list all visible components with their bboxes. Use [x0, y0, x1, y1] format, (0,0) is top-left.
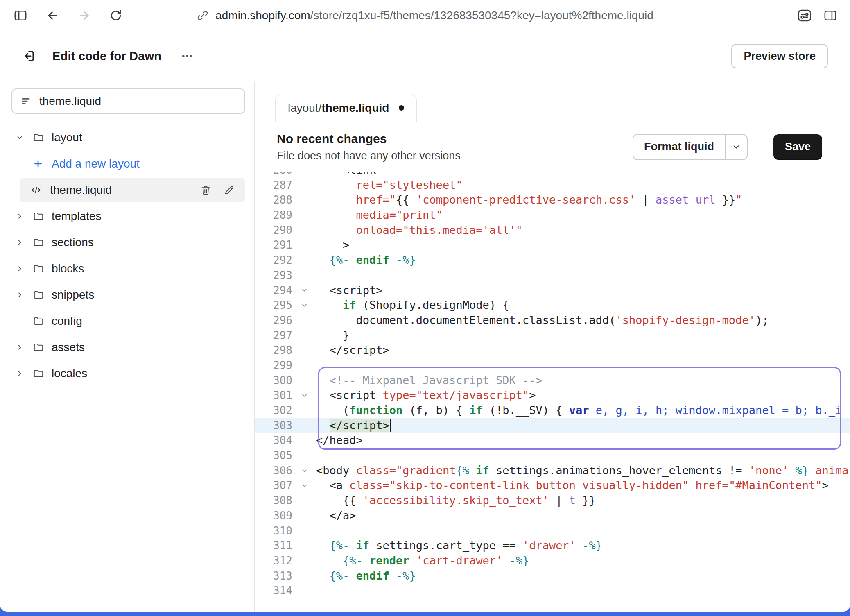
save-button[interactable]: Save [773, 134, 822, 160]
code-line-304[interactable]: 304</head> [255, 433, 850, 448]
code-line-313[interactable]: 313 {%- endif -%} [255, 568, 850, 584]
sidebar-item-snippets[interactable]: snippets [0, 282, 254, 308]
code-line-311[interactable]: 311 {%- if settings.cart_type == 'drawer… [255, 538, 850, 553]
code-line-290[interactable]: 290 onload="this.media='all'" [255, 223, 850, 238]
line-number: 310 [255, 523, 292, 539]
chevron-right-icon[interactable] [16, 291, 33, 299]
tab-layout-theme-liquid[interactable]: layout/theme.liquid [275, 94, 417, 122]
sidebar-item-templates[interactable]: templates [0, 203, 254, 229]
code-line-289[interactable]: 289 media="print" [255, 208, 850, 223]
line-number: 313 [255, 568, 292, 584]
code-line-306[interactable]: 306<body class="gradient{% if settings.a… [255, 463, 850, 478]
fold-toggle-icon[interactable] [292, 298, 316, 313]
tab-bar: layout/theme.liquid [255, 81, 850, 122]
code-line-302[interactable]: 302 (function (f, b) { if (!b.__SV) { va… [255, 403, 850, 418]
fold-toggle-icon[interactable] [292, 478, 316, 493]
line-number: 300 [255, 373, 292, 388]
sidebar-toggle-icon[interactable] [13, 8, 28, 23]
sidebar-item-locales[interactable]: locales [0, 360, 254, 387]
code-line-299[interactable]: 299 [255, 358, 850, 373]
line-number: 298 [255, 343, 292, 358]
folder-icon [33, 342, 51, 353]
sidebar-item-layout[interactable]: layout [0, 125, 254, 151]
code-editor[interactable]: 286 <link287 rel="stylesheet"288 href="{… [255, 172, 850, 612]
forward-icon[interactable] [77, 8, 92, 23]
code-line-307[interactable]: 307 <a class="skip-to-content-link butto… [255, 478, 850, 493]
fold-toggle-icon[interactable] [292, 463, 316, 478]
fold-toggle-icon[interactable] [292, 388, 316, 403]
line-number: 290 [255, 223, 292, 238]
sidebar-item-blocks[interactable]: blocks [0, 256, 254, 282]
sidebar-item-theme-liquid[interactable]: theme.liquid [20, 178, 245, 202]
preview-store-button[interactable]: Preview store [731, 44, 828, 68]
code-line-287[interactable]: 287 rel="stylesheet" [255, 178, 850, 193]
code-line-305[interactable]: 305 [255, 448, 850, 463]
link-icon [197, 9, 209, 22]
line-number: 294 [255, 283, 292, 298]
format-liquid-button[interactable]: Format liquid [633, 134, 748, 160]
code-line-303[interactable]: 303 </script> [255, 418, 850, 433]
code-line-314[interactable]: 314 [255, 583, 850, 598]
file-filter-input[interactable]: theme.liquid [11, 88, 245, 114]
code-line-288[interactable]: 288 href="{{ 'component-predictive-searc… [255, 192, 850, 208]
line-number: 297 [255, 328, 292, 343]
code-line-291[interactable]: 291 > [255, 238, 850, 253]
sidebar-item-config[interactable]: config [0, 308, 254, 334]
code-line-296[interactable]: 296 document.documentElement.classList.a… [255, 313, 850, 328]
line-number: 304 [255, 433, 292, 448]
chevron-right-icon[interactable] [16, 238, 33, 247]
sidebar-item-assets[interactable]: assets [0, 334, 254, 360]
code-line-297[interactable]: 297 } [255, 328, 850, 343]
rename-file-icon[interactable] [224, 185, 235, 196]
split-view-icon[interactable] [823, 8, 838, 23]
line-number: 288 [255, 192, 292, 208]
line-number: 295 [255, 298, 292, 313]
line-number: 314 [255, 583, 292, 598]
line-number: 311 [255, 538, 292, 553]
chevron-right-icon[interactable] [16, 265, 33, 273]
delete-file-icon[interactable] [200, 185, 211, 196]
line-number: 312 [255, 553, 292, 568]
code-line-309[interactable]: 309 </a> [255, 508, 850, 523]
code-line-298[interactable]: 298 </script> [255, 343, 850, 358]
folder-icon [33, 132, 51, 143]
code-line-292[interactable]: 292 {%- endif -%} [255, 253, 850, 268]
code-line-310[interactable]: 310 [255, 523, 850, 539]
line-number: 305 [255, 448, 292, 463]
chevron-down-icon[interactable] [16, 134, 33, 142]
chevron-right-icon[interactable] [16, 212, 33, 220]
sidebar-add-layout-button[interactable]: Add a new layout [0, 151, 254, 177]
code-line-295[interactable]: 295 if (Shopify.designMode) { [255, 298, 850, 313]
fold-toggle-icon[interactable] [292, 283, 316, 298]
format-dropdown-toggle[interactable] [725, 135, 747, 159]
line-number: 287 [255, 178, 292, 193]
code-line-308[interactable]: 308 {{ 'accessibility.skip_to_text' | t … [255, 493, 850, 508]
line-number: 303 [255, 418, 292, 433]
chevron-right-icon[interactable] [16, 369, 33, 378]
sidebar-item-sections[interactable]: sections [0, 229, 254, 256]
unsaved-indicator-dot [399, 105, 404, 111]
line-number: 293 [255, 268, 292, 283]
chevron-right-icon[interactable] [16, 343, 33, 351]
line-number: 289 [255, 208, 292, 223]
line-number: 286 [255, 172, 292, 178]
reload-icon[interactable] [109, 9, 123, 23]
code-file-icon [30, 184, 47, 196]
line-number: 302 [255, 403, 292, 418]
code-line-312[interactable]: 312 {%- render 'cart-drawer' -%} [255, 553, 850, 568]
file-tree: layoutAdd a new layouttheme.liquidtempla… [0, 125, 254, 387]
url-host: admin.shopify.com [215, 9, 310, 22]
more-actions-icon[interactable] [180, 49, 194, 63]
code-line-300[interactable]: 300 <!-- Mixpanel Javascript SDK --> [255, 373, 850, 388]
exit-code-editor-icon[interactable] [21, 49, 36, 63]
version-status: No recent changes File does not have any… [277, 132, 461, 162]
back-icon[interactable] [45, 8, 60, 23]
line-number: 301 [255, 388, 292, 403]
code-line-286[interactable]: 286 <link [255, 172, 850, 178]
url-bar[interactable]: admin.shopify.com/store/rzq1xu-f5/themes… [197, 9, 653, 22]
folder-icon [33, 368, 51, 379]
code-line-294[interactable]: 294 <script> [255, 283, 850, 298]
code-line-301[interactable]: 301 <script type="text/javascript"> [255, 388, 850, 403]
extensions-icon[interactable] [797, 8, 812, 23]
code-line-293[interactable]: 293 [255, 268, 850, 283]
